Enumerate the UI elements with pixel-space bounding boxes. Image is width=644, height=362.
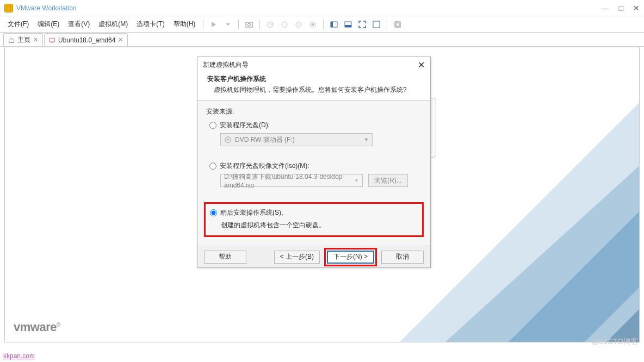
menu-tabs[interactable]: 选项卡(T) (132, 17, 169, 31)
library-icon[interactable] (393, 20, 402, 29)
dialog-title-bar: 新建虚拟机向导 ✕ (197, 57, 430, 72)
option-disc-radio[interactable]: 安装程序光盘(D): (209, 121, 422, 130)
dropdown-icon[interactable] (224, 20, 232, 29)
menu-help[interactable]: 帮助(H) (169, 17, 200, 31)
unity-icon[interactable] (372, 20, 381, 29)
option-disc-block: 安装程序光盘(D): DVD RW 驱动器 (F:) ▼ (209, 121, 422, 146)
app-icon (4, 4, 13, 13)
option-later-desc: 创建的虚拟机将包含一个空白硬盘。 (221, 221, 418, 230)
separator (387, 20, 387, 29)
svg-rect-14 (50, 38, 55, 42)
menu-edit[interactable]: 编辑(E) (33, 17, 64, 31)
option-later-label: 稍后安装操作系统(S)。 (220, 208, 288, 217)
play-icon[interactable] (209, 20, 218, 29)
chevron-down-icon: ▼ (354, 178, 359, 183)
disc-value: DVD RW 驱动器 (F:) (235, 135, 295, 145)
browse-button[interactable]: 浏览(R)... (368, 174, 408, 187)
separator (238, 20, 239, 29)
dialog-heading: 安装客户机操作系统 (207, 74, 420, 84)
install-source-label: 安装来源: (206, 107, 422, 116)
option-iso-label: 安装程序光盘映像文件(iso)(M): (220, 161, 309, 171)
svg-point-1 (248, 23, 251, 26)
clock-back-icon[interactable] (266, 20, 275, 29)
snapshot-icon[interactable] (245, 20, 253, 29)
new-vm-wizard-dialog: 新建虚拟机向导 ✕ 安装客户机操作系统 虚拟机如同物理机，需要操作系统。您将如何… (197, 57, 431, 268)
vm-icon (49, 37, 55, 43)
svg-marker-17 (422, 146, 640, 342)
disc-icon (224, 136, 232, 143)
menu-vm[interactable]: 虚拟机(M) (94, 17, 132, 31)
option-later-radio[interactable]: 稍后安装操作系统(S)。 (210, 208, 418, 217)
fullscreen-icon[interactable] (358, 20, 367, 29)
help-button[interactable]: 帮助 (204, 251, 246, 264)
tab-close-icon[interactable]: ✕ (33, 36, 38, 43)
close-button[interactable]: ✕ (633, 4, 640, 13)
svg-rect-0 (246, 22, 252, 27)
svg-marker-19 (487, 190, 640, 342)
layout-thumb-icon[interactable] (344, 20, 352, 29)
watermark: @51CTO博客 (591, 337, 639, 347)
cancel-button[interactable]: 取消 (381, 251, 424, 264)
option-disc-label: 安装程序光盘(D): (220, 121, 270, 130)
svg-rect-15 (51, 42, 54, 42)
dialog-header: 安装客户机操作系统 虚拟机如同物理机，需要操作系统。您将如何安装客户机操作系统? (197, 72, 430, 101)
dialog-title-text: 新建虚拟机向导 (203, 60, 249, 70)
clock-manage-icon[interactable] (308, 20, 317, 29)
clock-forward-icon[interactable] (294, 20, 303, 29)
home-icon (8, 37, 15, 43)
iso-path-input[interactable]: D:\搜狗高速下载\ubuntu-18.04.3-desktop-amd64.i… (220, 174, 363, 187)
tab-close-icon[interactable]: ✕ (118, 36, 123, 43)
separator (203, 20, 203, 29)
option-iso-block: 安装程序光盘映像文件(iso)(M): D:\搜狗高速下载\ubuntu-18.… (209, 161, 422, 187)
svg-marker-18 (585, 288, 640, 342)
radio-disc[interactable] (209, 122, 216, 129)
radio-later[interactable] (210, 209, 217, 216)
option-iso-radio[interactable]: 安装程序光盘映像文件(iso)(M): (209, 161, 422, 171)
tabs-row: 主页 ✕ Ubuntu18.0_amd64 ✕ (0, 33, 644, 47)
tab-vm[interactable]: Ubuntu18.0_amd64 ✕ (44, 33, 128, 46)
maximize-button[interactable]: □ (619, 4, 623, 13)
window-title: VMware Workstation (16, 4, 76, 12)
dialog-close-button[interactable]: ✕ (418, 60, 425, 70)
chevron-down-icon: ▼ (364, 137, 369, 142)
dialog-footer: 帮助 < 上一步(B) 下一步(N) > 取消 (197, 246, 430, 267)
tab-home-label: 主页 (17, 35, 30, 45)
clock-icon[interactable] (280, 20, 289, 29)
menu-bar: 文件(F) 编辑(E) 查看(V) 虚拟机(M) 选项卡(T) 帮助(H) (0, 16, 644, 33)
svg-rect-8 (331, 22, 333, 27)
svg-point-3 (282, 22, 287, 27)
minimize-button[interactable]: — (602, 4, 609, 13)
svg-rect-11 (373, 21, 380, 28)
layout-sidebar-icon[interactable] (330, 20, 338, 29)
highlight-later-option: 稍后安装操作系统(S)。 创建的虚拟机将包含一个空白硬盘。 (204, 202, 424, 237)
dialog-subheading: 虚拟机如同物理机，需要操作系统。您将如何安装客户机操作系统? (207, 85, 420, 95)
tab-vm-label: Ubuntu18.0_amd64 (58, 36, 115, 44)
tab-home[interactable]: 主页 ✕ (3, 33, 43, 46)
svg-point-21 (227, 139, 229, 141)
svg-rect-6 (312, 23, 314, 26)
menu-file[interactable]: 文件(F) (3, 17, 33, 31)
highlight-next-button: 下一步(N) > (324, 248, 377, 266)
vmware-logo: vmware® (14, 320, 60, 334)
separator (259, 20, 260, 29)
separator (323, 20, 324, 29)
window-controls: — □ ✕ (602, 4, 640, 13)
menu-view[interactable]: 查看(V) (64, 17, 94, 31)
next-button[interactable]: 下一步(N) > (327, 251, 374, 264)
iso-path-value: D:\搜狗高速下载\ubuntu-18.04.3-desktop-amd64.i… (224, 172, 354, 189)
bottom-link[interactable]: kkpan.com (3, 352, 35, 360)
iso-path-row: D:\搜狗高速下载\ubuntu-18.04.3-desktop-amd64.i… (220, 174, 422, 187)
dialog-body: 安装来源: 安装程序光盘(D): DVD RW 驱动器 (F:) ▼ 安装程序光… (197, 101, 430, 246)
radio-iso[interactable] (209, 163, 216, 170)
svg-rect-13 (396, 23, 399, 26)
svg-rect-10 (345, 25, 351, 27)
disc-drive-select[interactable]: DVD RW 驱动器 (F:) ▼ (220, 133, 373, 146)
title-bar: VMware Workstation — □ ✕ (0, 0, 644, 16)
back-button[interactable]: < 上一步(B) (274, 251, 320, 264)
